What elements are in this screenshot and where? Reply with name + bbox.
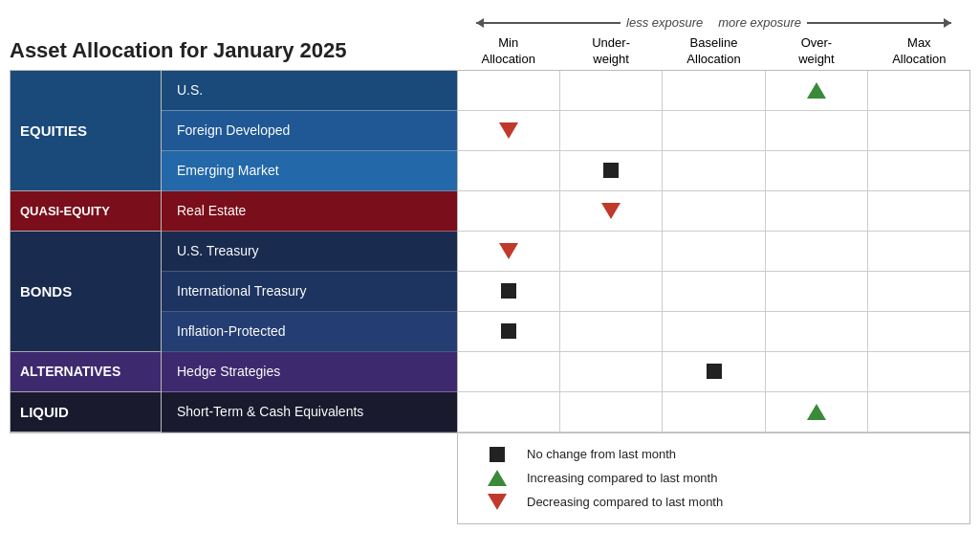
cell-it-max [868, 272, 969, 311]
data-row-ustreasury [458, 232, 969, 272]
cell-us-over [766, 71, 868, 110]
data-columns [458, 71, 969, 432]
legend: No change from last month Increasing com… [457, 433, 970, 524]
down-triangle-icon [499, 122, 518, 139]
cell-hs-min [458, 352, 560, 391]
cell-ust-under [560, 232, 663, 271]
legend-square-text: No change from last month [527, 447, 676, 461]
left-arrow-line [476, 22, 621, 24]
legend-item-up: Increasing compared to last month [481, 470, 947, 486]
cell-liq-under [560, 392, 663, 432]
asset-hedge: Hedge Strategies [162, 352, 457, 392]
data-row-hedge [458, 352, 969, 392]
cell-hs-over [766, 352, 868, 391]
cell-liq-min [458, 392, 560, 432]
main-table: EQUITIES QUASI-EQUITY BONDS ALTERNATIVES… [10, 70, 970, 433]
cell-us-baseline [663, 71, 765, 110]
col-header-baseline: BaselineAllocation [663, 33, 765, 70]
col-header-over: Over-weight [765, 33, 867, 70]
title-area: Asset Allocation for January 2025 [10, 10, 457, 63]
cell-ust-max [868, 232, 969, 271]
down-triangle-icon [601, 203, 621, 219]
col-header-max: MaxAllocation [868, 33, 970, 70]
cell-it-baseline [663, 272, 765, 311]
cell-emerging-baseline [663, 151, 765, 190]
cell-re-over [766, 191, 868, 231]
down-triangle-icon [488, 494, 507, 510]
cell-emerging-min [458, 151, 560, 190]
cat-alternatives: ALTERNATIVES [11, 352, 161, 392]
cell-re-under [560, 191, 663, 231]
legend-up-text: Increasing compared to last month [527, 471, 717, 485]
cell-it-over [766, 272, 868, 311]
cell-ip-over [766, 312, 868, 351]
asset-ustreasury: U.S. Treasury [162, 232, 457, 272]
cell-foreign-under [560, 111, 663, 150]
asset-realestate: Real Estate [162, 191, 457, 232]
square-icon [501, 283, 516, 299]
cell-re-max [868, 191, 969, 231]
cell-hs-max [868, 352, 969, 391]
cell-emerging-max [868, 151, 969, 190]
asset-intltreasury: International Treasury [162, 272, 457, 312]
cell-liq-max [868, 392, 969, 432]
cell-foreign-max [868, 111, 969, 150]
cell-foreign-over [766, 111, 868, 150]
cell-liq-baseline [663, 392, 765, 432]
data-row-inflation [458, 312, 969, 352]
cell-re-baseline [663, 191, 765, 231]
right-arrow-line [807, 22, 951, 24]
data-row-liquid [458, 392, 969, 432]
down-triangle-icon [499, 243, 518, 259]
legend-up-symbol [481, 470, 513, 486]
category-column: EQUITIES QUASI-EQUITY BONDS ALTERNATIVES… [11, 71, 162, 432]
cell-us-min [458, 71, 560, 110]
cell-foreign-baseline [663, 111, 765, 150]
cell-liq-over [766, 392, 868, 432]
cell-hs-baseline [663, 352, 765, 391]
cat-quasi-equity: QUASI-EQUITY [11, 191, 161, 232]
col-header-under: Under-weight [559, 33, 662, 70]
col-header-min: MinAllocation [457, 33, 559, 70]
square-icon [501, 323, 516, 339]
asset-foreign: Foreign Developed [162, 111, 457, 151]
up-triangle-icon [807, 404, 826, 420]
square-icon [707, 364, 722, 379]
cat-liquid: LIQUID [11, 392, 161, 432]
cell-ust-over [766, 232, 868, 271]
cell-us-under [560, 71, 663, 110]
legend-item-square: No change from last month [481, 447, 947, 462]
column-headers: MinAllocation Under-weight BaselineAlloc… [457, 33, 970, 70]
data-row-foreign [458, 111, 969, 151]
cell-emerging-under [560, 151, 663, 190]
cell-emerging-over [766, 151, 868, 190]
cell-ust-baseline [663, 232, 765, 271]
less-exposure-label: less exposure [626, 15, 703, 30]
data-row-realestate [458, 191, 969, 232]
cat-equities: EQUITIES [11, 71, 161, 191]
data-row-intltreasury [458, 272, 969, 312]
asset-inflation: Inflation-Protected [162, 312, 457, 352]
square-icon [603, 163, 619, 178]
data-row-us [458, 71, 969, 111]
asset-us: U.S. [162, 71, 457, 111]
cell-hs-under [560, 352, 663, 391]
asset-shortterm: Short-Term & Cash Equivalents [162, 392, 457, 432]
legend-item-down: Decreasing compared to last month [481, 494, 947, 510]
cell-us-max [868, 71, 969, 110]
legend-square-symbol [481, 447, 513, 462]
cell-ip-under [560, 312, 663, 351]
cell-ust-min [458, 232, 560, 271]
legend-down-symbol [481, 494, 513, 510]
up-triangle-icon [807, 82, 826, 99]
up-triangle-icon [488, 470, 507, 486]
cell-re-min [458, 191, 560, 231]
more-exposure-label: more exposure [718, 15, 801, 30]
legend-down-text: Decreasing compared to last month [527, 495, 723, 509]
exposure-arrows: less exposure more exposure [457, 15, 970, 30]
asset-emerging: Emerging Market [162, 151, 457, 191]
data-row-emerging [458, 151, 969, 191]
main-container: Asset Allocation for January 2025 less e… [10, 10, 970, 524]
cell-it-under [560, 272, 663, 311]
cell-foreign-min [458, 111, 560, 150]
